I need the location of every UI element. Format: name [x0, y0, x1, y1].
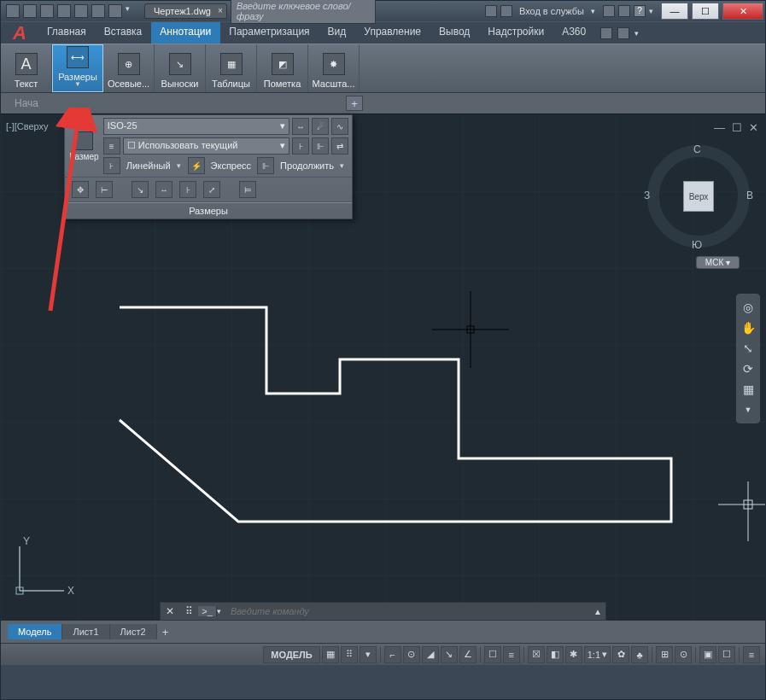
status-qp-icon[interactable]: ◧	[547, 646, 564, 663]
status-snap-icon[interactable]: ⠿	[341, 646, 358, 663]
start-tab[interactable]: Нача	[8, 96, 45, 111]
nav-expand-icon[interactable]: ▼	[740, 402, 756, 417]
qat-undo-icon[interactable]	[91, 4, 105, 18]
ribbon-dimensions-button[interactable]: ⟷ Размеры ▼	[52, 44, 103, 92]
menu-annotations[interactable]: Аннотации	[151, 22, 220, 44]
zoom-extents-icon[interactable]: ⤡	[740, 341, 756, 356]
qat-save-icon[interactable]	[40, 4, 54, 18]
dim-tool-2-icon[interactable]: ⊢	[96, 181, 113, 198]
login-dropdown-icon[interactable]: ▾	[591, 7, 599, 15]
layout-tab-model[interactable]: Модель	[8, 624, 62, 639]
cmdline-handle-icon[interactable]: ⠿	[179, 605, 198, 617]
menu-extra-dropdown-icon[interactable]: ▾	[634, 29, 643, 38]
dim-quick-icon[interactable]: ⚡	[188, 157, 205, 174]
qat-saveas-icon[interactable]	[57, 4, 71, 18]
dim-tool-1-icon[interactable]: ✥	[72, 181, 89, 198]
menu-addins[interactable]: Надстройки	[479, 22, 553, 44]
help-dropdown-icon[interactable]: ▾	[649, 7, 658, 15]
viewport-close-icon[interactable]: ✕	[749, 121, 758, 134]
viewport-label[interactable]: [-][Сверху	[6, 121, 49, 131]
qat-print-icon[interactable]	[74, 4, 88, 18]
viewcube-west[interactable]: З	[644, 190, 650, 201]
dim-linear-button[interactable]: Линейный	[123, 160, 174, 171]
cmdline-recent-icon[interactable]: ▾	[217, 607, 225, 615]
file-tab[interactable]: Чертеж1.dwg	[144, 3, 227, 19]
menu-extra-icon-2[interactable]	[617, 27, 629, 39]
menu-parametric[interactable]: Параметризация	[220, 22, 319, 44]
dim-tool-4-icon[interactable]: ↔	[155, 181, 172, 198]
qat-open-icon[interactable]	[23, 4, 37, 18]
status-lwt-icon[interactable]: ≡	[503, 646, 520, 663]
flyout-title[interactable]: Размеры	[65, 202, 352, 219]
menu-a360[interactable]: A360	[553, 22, 595, 44]
cmdline-history-icon[interactable]: ▲	[590, 607, 605, 616]
dim-break-icon[interactable]: ⊦	[292, 137, 309, 155]
status-ws-icon[interactable]: ⊞	[656, 646, 673, 663]
menu-output[interactable]: Вывод	[430, 22, 479, 44]
status-gear-icon[interactable]: ✿	[612, 646, 629, 663]
user-icon[interactable]	[500, 5, 512, 17]
dim-continue-icon[interactable]: ⊩	[257, 157, 274, 174]
status-model-button[interactable]: МОДЕЛЬ	[263, 646, 319, 663]
maximize-button[interactable]: ☐	[692, 3, 719, 20]
dim-continue-button[interactable]: Продолжить	[277, 160, 337, 171]
close-button[interactable]: ✕	[722, 3, 763, 20]
cmdline-close-icon[interactable]: ✕	[161, 605, 179, 617]
showmotion-icon[interactable]: ▦	[740, 382, 756, 397]
a360-icon[interactable]	[618, 5, 630, 17]
login-link[interactable]: Вход в службы	[516, 6, 588, 16]
layout-tab-sheet2[interactable]: Лист2	[110, 624, 157, 639]
menu-insert[interactable]: Вставка	[96, 22, 152, 44]
viewport-minimize-icon[interactable]: —	[714, 121, 725, 134]
search-input[interactable]: Введите ключевое слово/фразу	[231, 0, 376, 24]
dim-linear-icon[interactable]: ⊦	[103, 157, 120, 174]
status-polar-icon[interactable]: ⊙	[403, 646, 420, 663]
ribbon-text-button[interactable]: A Текст	[1, 44, 52, 92]
status-monitor-icon[interactable]: ⊙	[675, 646, 692, 663]
ribbon-centerlines-button[interactable]: ⊕ Осевые...	[103, 44, 155, 92]
wcs-badge[interactable]: МСК ▾	[696, 256, 740, 269]
status-ortho-icon[interactable]: ⌐	[384, 646, 401, 663]
status-sc-icon[interactable]: ✱	[565, 646, 582, 663]
status-tpy-icon[interactable]: ☒	[528, 646, 545, 663]
status-custom-icon[interactable]: ≡	[743, 646, 760, 663]
ribbon-scale-button[interactable]: ✸ Масшта...	[308, 44, 360, 92]
ribbon-tables-button[interactable]: ▦ Таблицы	[206, 44, 257, 92]
app-logo[interactable]: A	[1, 22, 38, 44]
status-osnap-icon[interactable]: ↘	[441, 646, 458, 663]
dimension-main-button[interactable]: Размер	[68, 131, 100, 161]
drawing-canvas[interactable]: [-][Сверху — ☐ ✕ С В Ю З Верх МСК ▾ ◎ ✋ …	[1, 114, 765, 643]
qat-new-icon[interactable]	[6, 4, 20, 18]
dim-layer-filter-icon[interactable]: ≡	[103, 137, 120, 155]
status-annoscale-icon[interactable]: ♣	[631, 646, 648, 663]
dim-jog-icon[interactable]: ⇄	[331, 137, 348, 155]
pan-icon[interactable]: ✋	[740, 320, 756, 335]
nav-wheel-icon[interactable]: ◎	[740, 300, 756, 315]
status-grid-dd-icon[interactable]: ▾	[360, 646, 377, 663]
dim-tool-7-icon[interactable]: ⊨	[239, 181, 256, 198]
command-input[interactable]	[225, 606, 590, 616]
dim-override-icon[interactable]: ☄	[312, 118, 329, 135]
dim-tool-5-icon[interactable]: ⊦	[179, 181, 196, 198]
dim-update-icon[interactable]: ↔	[292, 118, 309, 135]
menu-extra-icon-1[interactable]	[600, 27, 612, 39]
viewcube-east[interactable]: В	[746, 190, 753, 201]
dim-tool-3-icon[interactable]: ↘	[132, 181, 149, 198]
viewcube-face[interactable]: Верх	[683, 181, 714, 212]
viewcube-north[interactable]: С	[693, 143, 701, 155]
status-otrack-icon[interactable]: ∠	[459, 646, 477, 663]
dim-space-icon[interactable]: ⊩	[312, 137, 329, 155]
orbit-icon[interactable]: ⟳	[740, 361, 756, 376]
menu-manage[interactable]: Управление	[355, 22, 430, 44]
dim-layer-combo[interactable]: ☐ Использовать текущий▾	[123, 137, 289, 155]
menu-home[interactable]: Главная	[38, 22, 96, 44]
status-grid-icon[interactable]: ▦	[322, 646, 339, 663]
ribbon-markup-button[interactable]: ◩ Пометка	[257, 44, 308, 92]
dim-assoc-icon[interactable]: ∿	[331, 118, 348, 135]
help-icon[interactable]: ?	[634, 5, 646, 17]
status-scale-button[interactable]: 1:1 ▾	[584, 646, 611, 663]
status-hw-icon[interactable]: ▣	[699, 646, 716, 663]
minimize-button[interactable]: —	[661, 3, 688, 20]
viewcube-south[interactable]: Ю	[692, 239, 702, 251]
status-iso-icon[interactable]: ◢	[422, 646, 439, 663]
